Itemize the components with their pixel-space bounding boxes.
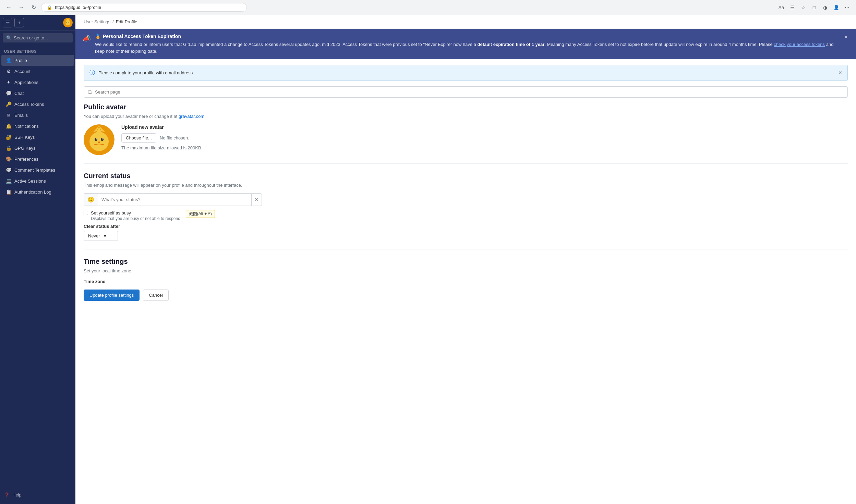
back-button[interactable]: ← bbox=[4, 3, 14, 12]
svg-point-4 bbox=[69, 22, 69, 23]
menu-icon[interactable]: ⋯ bbox=[842, 3, 852, 12]
lock-icon: 🔒 bbox=[47, 5, 52, 10]
help-icon: ❓ bbox=[4, 492, 10, 497]
sidebar-item-profile[interactable]: 👤 Profile bbox=[1, 55, 74, 66]
emails-icon: ✉ bbox=[5, 112, 12, 118]
medal-icon: 🏅 bbox=[95, 34, 101, 39]
svg-point-3 bbox=[67, 22, 67, 23]
clear-status-dropdown[interactable]: Never ▼ bbox=[84, 231, 118, 241]
timezone-group: Time zone bbox=[84, 279, 848, 284]
current-status-title: Current status bbox=[84, 172, 848, 180]
clear-status-label: Clear status after bbox=[84, 224, 848, 229]
access-tokens-icon: 🔑 bbox=[5, 101, 12, 107]
ssh-keys-icon: 🔐 bbox=[5, 134, 12, 140]
sidebar-item-chat[interactable]: 💬 Chat bbox=[1, 88, 74, 99]
help-button[interactable]: ❓ Help bbox=[4, 490, 71, 500]
sidebar-item-account[interactable]: ⚙ Account bbox=[1, 66, 74, 77]
sidebar-item-comment-templates[interactable]: 💬 Comment Templates bbox=[1, 164, 74, 175]
sidebar-item-label: Notifications bbox=[14, 124, 39, 129]
public-avatar-section: Public avatar You can upload your avatar… bbox=[75, 103, 856, 309]
search-page-input[interactable] bbox=[84, 86, 848, 98]
info-icon: ⓘ bbox=[89, 69, 95, 76]
sidebar-item-active-sessions[interactable]: 💻 Active Sessions bbox=[1, 175, 74, 186]
status-input[interactable] bbox=[98, 194, 251, 205]
avatar-upload-info: Upload new avatar Choose file... No file… bbox=[121, 124, 848, 150]
sidebar-item-emails[interactable]: ✉ Emails bbox=[1, 110, 74, 121]
refresh-button[interactable]: ↻ bbox=[29, 3, 38, 12]
avatar[interactable] bbox=[63, 18, 73, 27]
address-bar[interactable]: 🔒 https://gitgud.io/-/profile bbox=[41, 3, 247, 12]
busy-checkbox-row: Set yourself as busy Displays that you a… bbox=[84, 210, 848, 221]
breadcrumb-parent[interactable]: User Settings bbox=[84, 19, 110, 24]
sidebar-icon[interactable]: □ bbox=[809, 3, 819, 12]
notifications-icon: 🔔 bbox=[5, 123, 12, 129]
divider-2 bbox=[84, 249, 848, 249]
status-emoji-button[interactable]: 🙂 bbox=[84, 194, 98, 206]
busy-label[interactable]: Set yourself as busy bbox=[91, 210, 131, 216]
active-sessions-icon: 💻 bbox=[5, 178, 12, 184]
chevron-down-icon: ▼ bbox=[103, 233, 107, 238]
busy-sublabel: Displays that you are busy or not able t… bbox=[91, 216, 180, 221]
sidebar-item-gpg-keys[interactable]: 🔒 GPG Keys bbox=[1, 143, 74, 153]
divider-1 bbox=[84, 163, 848, 164]
sidebar-item-authentication-log[interactable]: 📋 Authentication Log bbox=[1, 186, 74, 197]
sidebar-item-applications[interactable]: ✦ Applications bbox=[1, 77, 74, 88]
svg-point-10 bbox=[95, 138, 97, 141]
sidebar-item-label: GPG Keys bbox=[14, 146, 35, 151]
avatar-preview bbox=[84, 124, 114, 155]
sidebar-section-label: User Settings bbox=[0, 45, 75, 55]
sidebar-item-preferences[interactable]: 🎨 Preferences bbox=[1, 153, 74, 164]
preferences-icon: 🎨 bbox=[5, 156, 12, 162]
public-avatar-title: Public avatar bbox=[84, 103, 848, 111]
busy-checkbox[interactable] bbox=[84, 211, 88, 215]
avatar-size-note: The maximum file size allowed is 200KB. bbox=[121, 145, 848, 150]
account-icon: ⚙ bbox=[5, 68, 12, 74]
new-item-icon[interactable]: + bbox=[14, 18, 24, 27]
banner-close-button[interactable]: × bbox=[843, 34, 849, 41]
screenshot-tooltip: 截图(Alt + A) bbox=[186, 210, 215, 218]
sidebar-item-ssh-keys[interactable]: 🔐 SSH Keys bbox=[1, 132, 74, 143]
banner-title: 🏅 Personal Access Token Expiration bbox=[95, 34, 839, 39]
time-settings-subtitle: Set your local time zone. bbox=[84, 268, 848, 273]
status-input-row: 🙂 × bbox=[84, 193, 262, 206]
save-button[interactable]: Update profile settings bbox=[84, 290, 140, 301]
sidebar-toggle-icon[interactable]: ☰ bbox=[3, 18, 12, 27]
browser-chrome: ← → ↻ 🔒 https://gitgud.io/-/profile Aa ☰… bbox=[0, 0, 856, 15]
authentication-log-icon: 📋 bbox=[5, 189, 12, 195]
star-icon[interactable]: ☆ bbox=[798, 3, 808, 12]
no-file-text: No file chosen. bbox=[160, 135, 189, 140]
forward-button[interactable]: → bbox=[16, 3, 26, 12]
main-content: User Settings / Edit Profile 📣 🏅 Persona… bbox=[75, 15, 856, 504]
toolbar-icons: Aa ☰ ☆ □ ◑ 👤 ⋯ bbox=[776, 3, 852, 12]
sidebar-item-label: Active Sessions bbox=[14, 179, 46, 184]
url-text: https://gitgud.io/-/profile bbox=[55, 5, 101, 10]
chat-icon: 💬 bbox=[5, 90, 12, 96]
info-banner: ⓘ Please complete your profile with emai… bbox=[84, 65, 848, 81]
avatar-file-row: Choose file... No file chosen. bbox=[121, 133, 848, 143]
sidebar-item-label: Profile bbox=[14, 58, 27, 63]
sidebar-item-access-tokens[interactable]: 🔑 Access Tokens bbox=[1, 99, 74, 110]
gravatar-link[interactable]: gravatar.com bbox=[179, 114, 204, 119]
info-banner-close-button[interactable]: × bbox=[838, 69, 842, 76]
reader-icon[interactable]: ☰ bbox=[787, 3, 797, 12]
profile-circle-icon[interactable]: 👤 bbox=[831, 3, 841, 12]
status-clear-button[interactable]: × bbox=[251, 194, 262, 206]
translate-icon[interactable]: Aa bbox=[776, 3, 786, 12]
comment-templates-icon: 💬 bbox=[5, 167, 12, 173]
app-container: ☰ + 🔍 Search or go to... User Settings 👤… bbox=[0, 15, 856, 504]
gpg-keys-icon: 🔒 bbox=[5, 145, 12, 151]
banner-content: 🏅 Personal Access Token Expiration We wo… bbox=[95, 34, 839, 54]
choose-file-button[interactable]: Choose file... bbox=[121, 133, 156, 143]
sidebar-item-label: Chat bbox=[14, 91, 24, 96]
svg-point-14 bbox=[98, 142, 100, 143]
sidebar-item-label: Preferences bbox=[14, 157, 38, 162]
search-button[interactable]: 🔍 Search or go to... bbox=[3, 33, 73, 42]
check-tokens-link[interactable]: check your access tokens bbox=[774, 42, 825, 47]
megaphone-icon: 📣 bbox=[82, 34, 91, 42]
sidebar-item-label: Comment Templates bbox=[14, 168, 55, 173]
search-icon: 🔍 bbox=[6, 35, 12, 40]
sidebar-item-notifications[interactable]: 🔔 Notifications bbox=[1, 121, 74, 132]
cancel-button[interactable]: Cancel bbox=[143, 290, 168, 301]
extensions-icon[interactable]: ◑ bbox=[820, 3, 830, 12]
sidebar-item-label: Emails bbox=[14, 113, 28, 118]
